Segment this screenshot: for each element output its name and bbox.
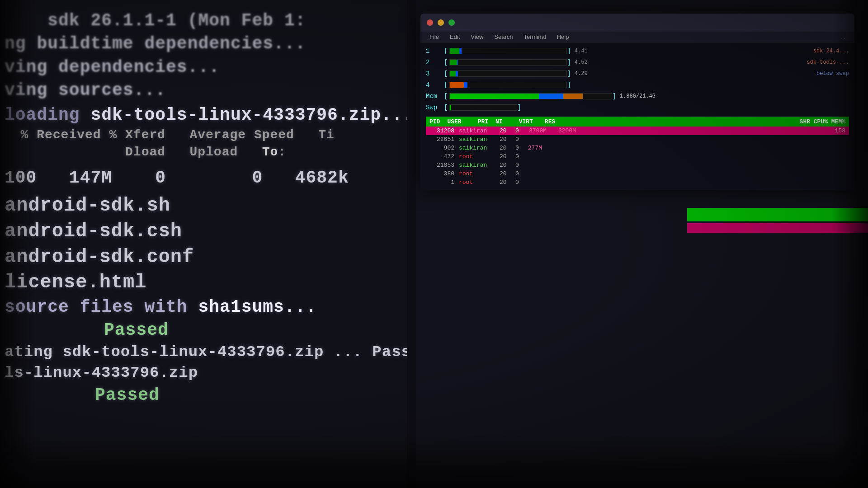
title-bar [420, 14, 854, 32]
term-line-12: android-sdk.conf [5, 244, 389, 270]
user-root-3: root [459, 179, 495, 186]
pid-1: 1 [429, 179, 454, 186]
col-virt: VIRT [519, 118, 533, 125]
cpu-row-4: 4 [ ] [426, 80, 849, 90]
process-row-22651: 22651 saikiran 20 0 [426, 135, 849, 144]
user-saikiran-4: saikiran [459, 162, 495, 169]
process-list-bar: PID USER PRI NI VIRT RES SHR CPU% MEM% [426, 117, 849, 127]
ni-1: 0 [515, 127, 524, 134]
user-root-2: root [459, 170, 495, 177]
mem-bar [449, 93, 612, 99]
cpu-row-2: 2 [ ] 4.52 sdk-tools-... [426, 57, 849, 67]
swp-bar [449, 104, 517, 111]
process-row-380: 380 root 20 0 [426, 169, 849, 178]
pid-21853: 21853 [429, 162, 454, 169]
pink-bar-overflow [687, 223, 868, 233]
process-header: PID USER PRI NI VIRT RES SHR CPU% MEM% [429, 118, 845, 125]
term-line-10: android-sdk.sh [5, 193, 389, 219]
cpu-label-3: 3 [426, 70, 444, 77]
cpu-label-4: 4 [426, 81, 444, 89]
col-pid: PID [429, 118, 440, 125]
cpu-bar-4 [449, 82, 567, 88]
cpu-1: 158 [835, 127, 845, 134]
process-row-highlighted: 31208 saikiran 20 0 3700M 3200M 158 [426, 127, 849, 135]
menu-bar: File Edit View Search Terminal Help ... [420, 32, 854, 42]
term-line-18: Passed [5, 384, 389, 407]
terminal-left: sdk 26.1.1-1 (Mon Feb 1: ng buildtime de… [0, 0, 407, 488]
ni-6: 0 [515, 170, 519, 177]
term-line-14: source files with sha1sums... [5, 296, 389, 319]
pri-7: 20 [500, 179, 511, 186]
cpu-row-1: 1 [ ] 4.41 sdk 24.4... [426, 46, 849, 56]
virt-3: 277M [528, 145, 542, 151]
col-ni: NI [495, 118, 503, 125]
term-line-1: sdk 26.1.1-1 (Mon Feb 1: [5, 9, 389, 32]
pri-4: 20 [500, 153, 511, 160]
res-1: 3200M [558, 127, 583, 134]
mem-label: Mem [426, 93, 444, 100]
term-line-6: % Received % Xferd Average Speed Ti [5, 127, 389, 144]
close-button[interactable] [427, 19, 433, 26]
cpu-right-3: below swap [816, 70, 849, 77]
cpu-value-3: 4.29 [575, 70, 588, 77]
col-pri: PRI [478, 118, 488, 125]
cpu-value-1: 4.41 [575, 48, 588, 54]
maximize-button[interactable] [448, 19, 455, 26]
process-row-1: 1 root 20 0 [426, 178, 849, 187]
htop-content: 1 [ ] 4.41 sdk 24.4... 2 [ [420, 42, 854, 190]
col-res: RES [545, 118, 555, 125]
ni-3: 0 [515, 145, 519, 151]
cpu-label-2: 2 [426, 59, 444, 66]
screenshot-container: sdk 26.1.1-1 (Mon Feb 1: ng buildtime de… [0, 0, 868, 488]
term-line-9: 100 147M 0 0 4682k 0 0:00 [5, 166, 389, 189]
col-extra: SHR CPU% MEM% [800, 118, 845, 125]
minimize-button[interactable] [438, 19, 444, 26]
pid-22651: 22651 [429, 136, 454, 143]
term-line-5: loading sdk-tools-linux-4333796.zip... [5, 103, 389, 127]
menu-view[interactable]: View [471, 33, 483, 40]
menu-terminal[interactable]: Terminal [524, 33, 546, 40]
term-line-3: ving dependencies... [5, 56, 389, 79]
process-row-902: 902 saikiran 20 0 277M [426, 144, 849, 152]
pri-3: 20 [500, 145, 511, 151]
swp-label: Swp [426, 104, 444, 111]
cpu-right-2: sdk-tools-... [807, 59, 849, 66]
htop-window: File Edit View Search Terminal Help ... … [420, 14, 854, 190]
cpu-label-1: 1 [426, 47, 444, 55]
menu-extra: ... [840, 33, 845, 40]
ni-7: 0 [515, 179, 519, 186]
menu-file[interactable]: File [429, 33, 439, 40]
pid-380: 380 [429, 170, 454, 177]
pri-5: 20 [500, 162, 511, 169]
process-row-21853: 21853 saikiran 20 0 [426, 161, 849, 169]
user-saikiran-2: saikiran [459, 136, 495, 143]
mem-value: 1.88G/21.4G [620, 93, 656, 99]
cpu-right-1: sdk 24.4... [813, 48, 849, 54]
user-saikiran-3: saikiran [459, 145, 495, 151]
ni-5: 0 [515, 162, 519, 169]
pid-472: 472 [429, 153, 454, 160]
cpu-value-2: 4.52 [575, 59, 588, 66]
cpu-bar-2 [449, 59, 567, 66]
virt-1: 3700M [529, 127, 554, 134]
pri-1: 20 [500, 127, 511, 134]
term-line-16: ating sdk-tools-linux-4333796.zip ... Pa… [5, 342, 389, 363]
pid-31208: 31208 [429, 127, 454, 134]
user-saikiran-1: saikiran [459, 127, 495, 134]
term-line-11: android-sdk.csh [5, 219, 389, 244]
cpu-row-3: 3 [ ] 4.29 below swap [426, 69, 849, 79]
user-root-1: root [459, 153, 495, 160]
menu-edit[interactable]: Edit [450, 33, 460, 40]
terminal-right: File Edit View Search Terminal Help ... … [416, 0, 868, 488]
term-line-17: ls-linux-4333796.zip [5, 363, 389, 384]
menu-search[interactable]: Search [494, 33, 513, 40]
ni-2: 0 [515, 136, 519, 143]
pri-6: 20 [500, 170, 511, 177]
process-row-472: 472 root 20 0 [426, 152, 849, 161]
pid-902: 902 [429, 145, 454, 151]
menu-help[interactable]: Help [557, 33, 569, 40]
term-line-4: ving sources... [5, 79, 389, 102]
swp-row: Swp [ ] [426, 103, 849, 113]
term-line-7: Dload Upload To: [5, 144, 389, 161]
term-line-2: ng buildtime dependencies... [5, 32, 389, 55]
